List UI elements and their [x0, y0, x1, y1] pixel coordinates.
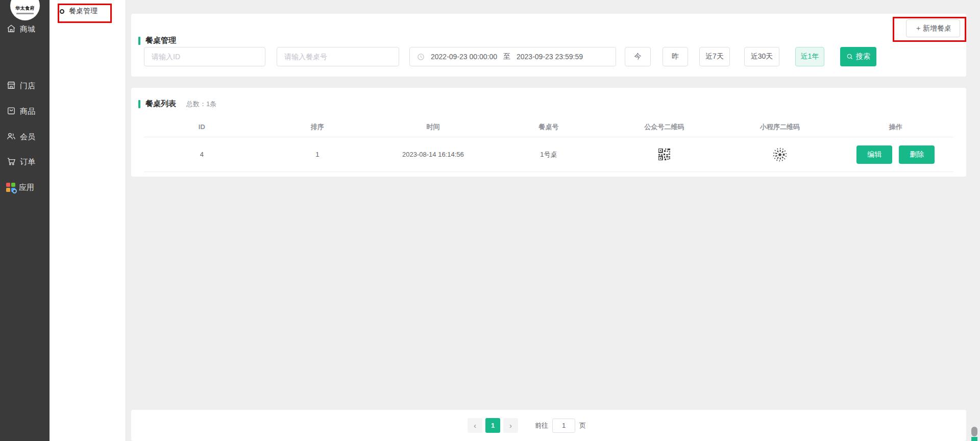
id-input[interactable] [144, 47, 265, 66]
page-unit-label: 页 [579, 421, 586, 430]
chevron-right-icon: › [509, 421, 512, 430]
cell-sort: 1 [260, 137, 376, 172]
table-row: 4 1 2023-08-14 16:14:56 1号桌 [144, 137, 953, 172]
cell-official-qr [606, 137, 722, 172]
brand-logo-text: 华太食府 [15, 5, 35, 12]
sidebar-item-apps[interactable]: 应用 [0, 180, 50, 195]
goods-icon [6, 106, 16, 117]
table-list-card: 餐桌列表 总数：1条 ID 排序 时间 餐桌号 公众号二维码 小程序二维码 操作… [131, 88, 966, 177]
add-table-button-label: 新增餐桌 [923, 24, 951, 33]
apps-icon [6, 183, 15, 192]
home-icon [6, 23, 16, 35]
add-table-button[interactable]: ＋ 新增餐桌 [906, 19, 960, 37]
column-header-id: ID [144, 117, 260, 137]
date-start-value: 2022-09-23 00:00:00 [431, 53, 497, 61]
scrollbar-bottom-accent [971, 437, 977, 441]
page-title: 餐桌管理 [145, 36, 176, 45]
title-accent-bar [138, 100, 140, 108]
cell-id: 4 [144, 137, 260, 172]
brand-logo-subline [16, 13, 34, 14]
list-title: 餐桌列表 [145, 99, 176, 109]
members-icon [6, 131, 16, 143]
sidebar-item-label: 商城 [20, 24, 35, 34]
current-page-button[interactable]: 1 [485, 418, 500, 433]
delete-button[interactable]: 删除 [899, 145, 935, 164]
quick-filter-1year-button-active[interactable]: 近1年 [795, 47, 824, 66]
main-sidebar: 华太食府 商城 门店 商品 [0, 0, 50, 441]
search-button[interactable]: 搜索 [840, 47, 876, 66]
pagination-bar: ‹ 1 › 前往 页 [131, 410, 966, 441]
sidebar-item-label: 商品 [20, 107, 35, 116]
sidebar-item-orders[interactable]: 订单 [0, 154, 50, 169]
date-end-value: 2023-09-23 23:59:59 [517, 53, 583, 61]
column-header-sort: 排序 [260, 117, 376, 137]
quick-filter-today-button[interactable]: 今 [625, 47, 651, 66]
sidebar-item-label: 会员 [20, 132, 35, 142]
plus-icon: ＋ [915, 24, 922, 33]
prev-page-button[interactable]: ‹ [468, 418, 482, 433]
radio-circle-icon [60, 9, 64, 14]
secondary-sidebar: 餐桌管理 [50, 0, 126, 441]
total-count-label: 总数：1条 [186, 100, 216, 109]
title-accent-bar [138, 37, 140, 45]
date-range-separator: 至 [503, 52, 510, 61]
goto-page-label: 前往 [535, 421, 548, 430]
sidebar-item-label: 订单 [20, 157, 35, 167]
column-header-official-qr: 公众号二维码 [606, 117, 722, 137]
column-header-time: 时间 [375, 117, 491, 137]
submenu-item-table-management[interactable]: 餐桌管理 [60, 7, 97, 16]
chevron-left-icon: ‹ [474, 421, 476, 430]
vertical-scrollbar-thumb[interactable] [971, 427, 977, 436]
store-icon [6, 80, 16, 92]
tables-table: ID 排序 时间 餐桌号 公众号二维码 小程序二维码 操作 4 1 2023-0… [144, 117, 953, 172]
next-page-button[interactable]: › [503, 418, 518, 433]
list-card-title-row: 餐桌列表 总数：1条 [138, 99, 216, 109]
quick-filter-30days-button[interactable]: 近30天 [744, 47, 779, 66]
cart-icon [6, 156, 16, 168]
brand-logo[interactable]: 华太食府 [10, 0, 40, 20]
quick-filter-yesterday-button[interactable]: 昨 [663, 47, 688, 66]
column-header-actions: 操作 [838, 117, 953, 137]
table-header-row: ID 排序 时间 餐桌号 公众号二维码 小程序二维码 操作 [144, 117, 953, 137]
sidebar-item-members[interactable]: 会员 [0, 129, 50, 144]
pager-controls: ‹ 1 › 前往 页 [468, 418, 586, 433]
sidebar-item-mall[interactable]: 商城 [0, 21, 50, 37]
sidebar-item-label: 门店 [20, 81, 35, 91]
table-number-input[interactable] [277, 47, 399, 66]
date-range-picker[interactable]: 2022-09-23 00:00:00 至 2023-09-23 23:59:5… [409, 47, 616, 66]
cell-actions: 编辑 删除 [838, 137, 953, 172]
sidebar-item-stores[interactable]: 门店 [0, 78, 50, 93]
cell-time: 2023-08-14 16:14:56 [375, 137, 491, 172]
column-header-table-no: 餐桌号 [491, 117, 607, 137]
submenu-item-label: 餐桌管理 [69, 7, 97, 16]
clock-icon [417, 53, 425, 61]
official-account-qr-code-icon[interactable] [658, 149, 670, 160]
filter-card: 餐桌管理 ＋ 新增餐桌 2022-09-23 00:00:00 至 2023-0… [131, 14, 966, 77]
sidebar-item-goods[interactable]: 商品 [0, 104, 50, 119]
miniprogram-qr-code-icon[interactable] [772, 147, 788, 162]
goto-page-input[interactable] [552, 419, 575, 433]
sidebar-item-label: 应用 [19, 183, 34, 192]
column-header-miniprogram-qr: 小程序二维码 [722, 117, 838, 137]
cell-table-no: 1号桌 [491, 137, 607, 172]
search-button-label: 搜索 [856, 52, 870, 61]
quick-filter-7days-button[interactable]: 近7天 [699, 47, 730, 66]
filter-card-title: 餐桌管理 [138, 36, 176, 45]
search-icon [846, 53, 853, 60]
edit-button[interactable]: 编辑 [856, 145, 892, 164]
cell-miniprogram-qr [722, 137, 838, 172]
